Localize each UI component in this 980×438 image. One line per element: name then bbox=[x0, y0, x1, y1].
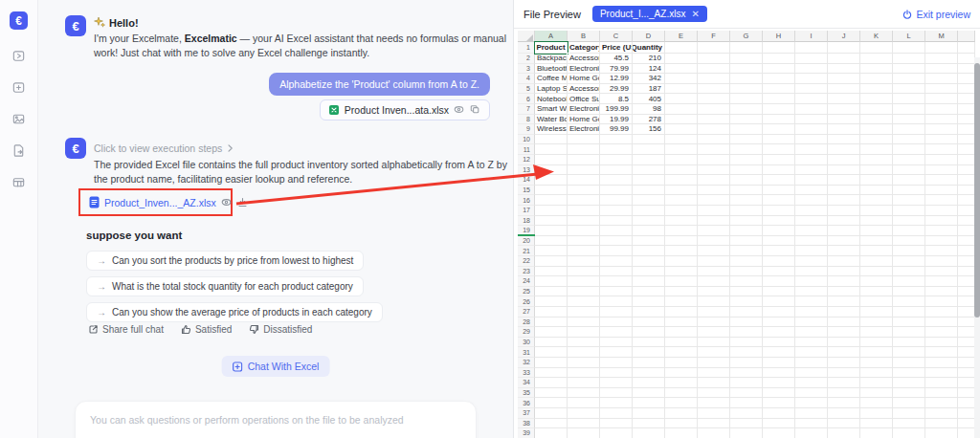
cell-C34[interactable] bbox=[600, 378, 633, 388]
cell-H11[interactable] bbox=[763, 144, 795, 155]
cell-J24[interactable] bbox=[828, 276, 860, 287]
row-header-37[interactable]: 37 bbox=[518, 408, 535, 419]
cell-D39[interactable] bbox=[633, 428, 665, 438]
cell-H1[interactable] bbox=[763, 42, 795, 54]
cell-L39[interactable] bbox=[893, 428, 925, 438]
cell-K7[interactable] bbox=[860, 104, 893, 115]
cell-D33[interactable] bbox=[633, 368, 665, 379]
cell-L10[interactable] bbox=[893, 135, 925, 145]
cell-J12[interactable] bbox=[828, 155, 860, 165]
cell-F1[interactable] bbox=[698, 42, 730, 54]
cell-M37[interactable] bbox=[925, 408, 958, 419]
cell-G22[interactable] bbox=[730, 256, 763, 267]
cell-L33[interactable] bbox=[893, 368, 925, 379]
cell-K6[interactable] bbox=[860, 94, 893, 104]
cell-A37[interactable] bbox=[535, 408, 568, 419]
cell-B22[interactable] bbox=[568, 256, 600, 267]
cell-A1[interactable]: Product bbox=[535, 42, 568, 54]
cell-E37[interactable] bbox=[665, 408, 698, 419]
cell-A16[interactable] bbox=[535, 195, 568, 206]
cell-M11[interactable] bbox=[925, 144, 958, 155]
chat-input[interactable] bbox=[76, 402, 476, 438]
cell-E30[interactable] bbox=[665, 338, 698, 348]
cell-E10[interactable] bbox=[665, 135, 698, 145]
cell-B36[interactable] bbox=[568, 398, 600, 408]
cell-C37[interactable] bbox=[600, 408, 633, 419]
cell-E26[interactable] bbox=[665, 296, 698, 307]
cell-N10[interactable] bbox=[958, 135, 975, 145]
cell-A9[interactable]: Wireless H bbox=[535, 124, 568, 135]
cell-N37[interactable] bbox=[958, 408, 975, 419]
cell-F26[interactable] bbox=[698, 296, 730, 307]
cell-I14[interactable] bbox=[795, 175, 828, 186]
cell-M14[interactable] bbox=[925, 175, 958, 186]
cell-H26[interactable] bbox=[763, 296, 795, 307]
cell-G27[interactable] bbox=[730, 307, 763, 318]
row-header-21[interactable]: 21 bbox=[518, 246, 535, 256]
row-header-13[interactable]: 13 bbox=[518, 165, 535, 176]
cell-J25[interactable] bbox=[828, 287, 860, 297]
cell-A39[interactable] bbox=[535, 428, 568, 438]
cell-F16[interactable] bbox=[698, 195, 730, 206]
cell-D4[interactable]: 342 bbox=[633, 74, 665, 84]
cell-A8[interactable]: Water Bot bbox=[535, 115, 568, 125]
cell-F17[interactable] bbox=[698, 206, 730, 216]
cell-F22[interactable] bbox=[698, 256, 730, 267]
cell-K9[interactable] bbox=[860, 124, 893, 135]
cell-E13[interactable] bbox=[665, 165, 698, 176]
cell-N36[interactable] bbox=[958, 398, 975, 408]
cell-J17[interactable] bbox=[828, 206, 860, 216]
cell-L5[interactable] bbox=[893, 84, 925, 95]
cell-C39[interactable] bbox=[600, 428, 633, 438]
cell-D9[interactable]: 156 bbox=[633, 124, 665, 135]
cell-C24[interactable] bbox=[600, 276, 633, 287]
cell-L22[interactable] bbox=[893, 256, 925, 267]
cell-F21[interactable] bbox=[698, 246, 730, 256]
cell-K8[interactable] bbox=[860, 115, 893, 125]
cell-J37[interactable] bbox=[828, 408, 860, 419]
cell-E6[interactable] bbox=[665, 94, 698, 104]
cell-B24[interactable] bbox=[568, 276, 600, 287]
column-header-F[interactable]: F bbox=[698, 31, 730, 42]
cell-J38[interactable] bbox=[828, 419, 860, 429]
scrollbar-thumb[interactable] bbox=[974, 63, 980, 318]
cell-N33[interactable] bbox=[958, 368, 975, 379]
cell-J16[interactable] bbox=[828, 195, 860, 206]
cell-A15[interactable] bbox=[535, 186, 568, 196]
cell-L30[interactable] bbox=[893, 338, 925, 348]
cell-K11[interactable] bbox=[860, 144, 893, 155]
cell-H22[interactable] bbox=[763, 256, 795, 267]
cell-B7[interactable]: Electronics bbox=[568, 104, 600, 115]
cell-G37[interactable] bbox=[730, 408, 763, 419]
cell-J14[interactable] bbox=[828, 175, 860, 186]
cell-E28[interactable] bbox=[665, 318, 698, 328]
cell-F23[interactable] bbox=[698, 267, 730, 277]
cell-L28[interactable] bbox=[893, 318, 925, 328]
cell-G32[interactable] bbox=[730, 358, 763, 368]
cell-J39[interactable] bbox=[828, 428, 860, 438]
cell-C26[interactable] bbox=[600, 296, 633, 307]
cell-K14[interactable] bbox=[860, 175, 893, 186]
cell-F36[interactable] bbox=[698, 398, 730, 408]
cell-C27[interactable] bbox=[600, 307, 633, 318]
cell-N26[interactable] bbox=[958, 296, 975, 307]
cell-L7[interactable] bbox=[893, 104, 925, 115]
cell-L29[interactable] bbox=[893, 327, 925, 338]
row-header-10[interactable]: 10 bbox=[518, 135, 535, 145]
cell-M33[interactable] bbox=[925, 368, 958, 379]
cell-I1[interactable] bbox=[795, 42, 828, 54]
cell-G26[interactable] bbox=[730, 296, 763, 307]
cell-G34[interactable] bbox=[730, 378, 763, 388]
cell-L6[interactable] bbox=[893, 94, 925, 104]
cell-B9[interactable]: Electronics bbox=[568, 124, 600, 135]
cell-C6[interactable]: 8.5 bbox=[600, 94, 633, 104]
column-header-C[interactable]: C bbox=[600, 31, 633, 42]
cell-J35[interactable] bbox=[828, 388, 860, 399]
cell-B4[interactable]: Home Good bbox=[568, 74, 600, 84]
cell-K4[interactable] bbox=[860, 74, 893, 84]
cell-F14[interactable] bbox=[698, 175, 730, 186]
cell-C16[interactable] bbox=[600, 195, 633, 206]
cell-D8[interactable]: 278 bbox=[633, 115, 665, 125]
cell-G10[interactable] bbox=[730, 135, 763, 145]
cell-N27[interactable] bbox=[958, 307, 975, 318]
